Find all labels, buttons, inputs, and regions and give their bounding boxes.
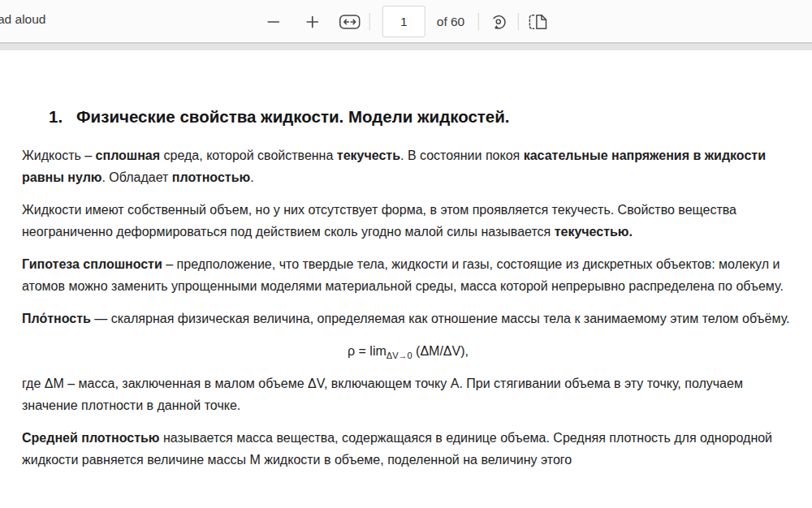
document-paragraphs: Жидкость – сплошная среда, которой свойс… (22, 144, 794, 471)
read-aloud-button[interactable]: ad aloud (0, 12, 45, 27)
rotate-icon (488, 11, 509, 32)
page-view-button[interactable] (526, 6, 551, 38)
paragraph-formula-explanation: где ΔM – масса, заключенная в малом объе… (22, 372, 794, 416)
pdf-viewer: ad aloud (0, 0, 812, 508)
toolbar-divider (518, 13, 519, 30)
toolbar-controls: of 60 (261, 0, 551, 43)
paragraph-fluidity: Жидкости имеют собственный объем, но у н… (22, 199, 794, 243)
plus-icon (304, 14, 321, 30)
document-page: 1. Физические свойства жидкости. Модели … (0, 50, 812, 508)
pdf-toolbar: ad aloud (0, 0, 812, 43)
minus-icon (266, 14, 282, 30)
paragraph-liquid-definition: Жидкость – сплошная среда, которой свойс… (22, 144, 794, 188)
page-number-input[interactable] (382, 6, 425, 37)
page-view-icon (527, 11, 550, 32)
paragraph-continuity-hypothesis: Гипотеза сплошности – предположение, что… (22, 253, 794, 297)
zoom-in-button[interactable] (300, 6, 325, 38)
toolbar-divider (478, 13, 479, 30)
fit-to-width-button[interactable] (338, 6, 362, 38)
fit-width-icon (339, 14, 361, 30)
title-text: Физические свойства жидкости. Модели жид… (76, 106, 509, 127)
viewer-background (0, 43, 812, 50)
document-title: 1. Физические свойства жидкости. Модели … (49, 106, 794, 127)
title-number: 1. (49, 106, 63, 127)
page-count-label: of 60 (437, 15, 464, 29)
toolbar-divider (369, 13, 370, 30)
paragraph-average-density: Средней плотностью называется масса веще… (22, 427, 794, 471)
zoom-out-button[interactable] (261, 6, 286, 38)
paragraph-density-definition: Пло́тность — скалярная физическая величи… (22, 308, 794, 329)
formula-density-limit: ρ = limΔV→0 (ΔM/ΔV), (22, 340, 794, 362)
rotate-button[interactable] (486, 6, 511, 38)
